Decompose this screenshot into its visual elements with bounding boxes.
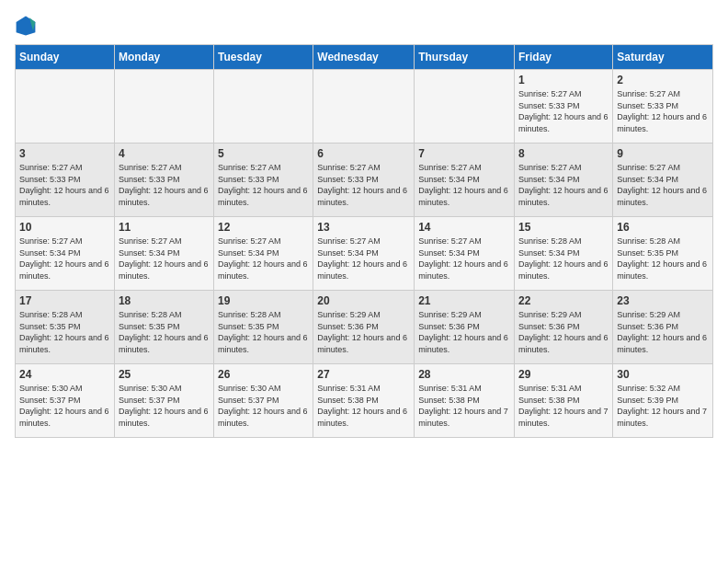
day-number: 22 <box>518 294 609 307</box>
day-info: Sunrise: 5:30 AM Sunset: 5:37 PM Dayligh… <box>119 383 210 429</box>
day-info: Sunrise: 5:31 AM Sunset: 5:38 PM Dayligh… <box>317 383 410 429</box>
day-number: 25 <box>119 368 210 381</box>
day-number: 24 <box>19 368 110 381</box>
logo <box>15 15 40 37</box>
calendar-cell: 6Sunrise: 5:27 AM Sunset: 5:33 PM Daylig… <box>313 144 415 217</box>
calendar-cell: 2Sunrise: 5:27 AM Sunset: 5:33 PM Daylig… <box>613 70 713 144</box>
calendar-cell <box>16 70 115 144</box>
day-number: 23 <box>617 294 709 307</box>
day-number: 1 <box>518 74 609 86</box>
day-number: 4 <box>119 147 210 160</box>
day-info: Sunrise: 5:30 AM Sunset: 5:37 PM Dayligh… <box>19 383 110 429</box>
calendar-cell: 7Sunrise: 5:27 AM Sunset: 5:34 PM Daylig… <box>415 144 515 217</box>
day-number: 6 <box>317 147 410 160</box>
header <box>15 15 713 37</box>
day-number: 14 <box>418 221 510 234</box>
day-info: Sunrise: 5:27 AM Sunset: 5:34 PM Dayligh… <box>119 236 210 282</box>
day-info: Sunrise: 5:30 AM Sunset: 5:37 PM Dayligh… <box>218 383 309 429</box>
calendar-week-5: 24Sunrise: 5:30 AM Sunset: 5:37 PM Dayli… <box>16 364 713 438</box>
day-info: Sunrise: 5:28 AM Sunset: 5:34 PM Dayligh… <box>518 236 609 282</box>
calendar-cell: 17Sunrise: 5:28 AM Sunset: 5:35 PM Dayli… <box>16 291 115 364</box>
day-number: 30 <box>617 368 709 381</box>
day-number: 15 <box>518 221 609 234</box>
day-info: Sunrise: 5:27 AM Sunset: 5:33 PM Dayligh… <box>317 162 410 208</box>
calendar-cell: 18Sunrise: 5:28 AM Sunset: 5:35 PM Dayli… <box>114 291 213 364</box>
day-info: Sunrise: 5:27 AM Sunset: 5:34 PM Dayligh… <box>218 236 309 282</box>
calendar-cell: 16Sunrise: 5:28 AM Sunset: 5:35 PM Dayli… <box>613 217 713 291</box>
column-header-tuesday: Tuesday <box>214 45 313 70</box>
calendar-cell: 25Sunrise: 5:30 AM Sunset: 5:37 PM Dayli… <box>114 364 213 438</box>
day-info: Sunrise: 5:29 AM Sunset: 5:36 PM Dayligh… <box>317 309 410 355</box>
calendar-cell: 3Sunrise: 5:27 AM Sunset: 5:33 PM Daylig… <box>16 144 115 217</box>
day-number: 17 <box>19 294 110 307</box>
calendar-cell: 24Sunrise: 5:30 AM Sunset: 5:37 PM Dayli… <box>16 364 115 438</box>
day-number: 16 <box>617 221 709 234</box>
day-number: 18 <box>119 294 210 307</box>
calendar-cell <box>114 70 213 144</box>
day-number: 3 <box>19 147 110 160</box>
calendar-cell: 15Sunrise: 5:28 AM Sunset: 5:34 PM Dayli… <box>515 217 613 291</box>
day-info: Sunrise: 5:27 AM Sunset: 5:34 PM Dayligh… <box>617 162 709 208</box>
day-info: Sunrise: 5:27 AM Sunset: 5:34 PM Dayligh… <box>19 236 110 282</box>
day-info: Sunrise: 5:28 AM Sunset: 5:35 PM Dayligh… <box>119 309 210 355</box>
calendar-cell <box>313 70 415 144</box>
day-info: Sunrise: 5:27 AM Sunset: 5:34 PM Dayligh… <box>317 236 410 282</box>
calendar-cell: 8Sunrise: 5:27 AM Sunset: 5:34 PM Daylig… <box>515 144 613 217</box>
calendar-header: SundayMondayTuesdayWednesdayThursdayFrid… <box>16 45 713 70</box>
calendar-cell: 19Sunrise: 5:28 AM Sunset: 5:35 PM Dayli… <box>214 291 313 364</box>
column-header-thursday: Thursday <box>415 45 515 70</box>
calendar-week-4: 17Sunrise: 5:28 AM Sunset: 5:35 PM Dayli… <box>16 291 713 364</box>
day-number: 28 <box>418 368 510 381</box>
calendar-cell <box>415 70 515 144</box>
day-number: 2 <box>617 74 709 86</box>
calendar-table: SundayMondayTuesdayWednesdayThursdayFrid… <box>15 44 713 438</box>
calendar-cell: 5Sunrise: 5:27 AM Sunset: 5:33 PM Daylig… <box>214 144 313 217</box>
calendar-cell: 11Sunrise: 5:27 AM Sunset: 5:34 PM Dayli… <box>114 217 213 291</box>
calendar-week-3: 10Sunrise: 5:27 AM Sunset: 5:34 PM Dayli… <box>16 217 713 291</box>
calendar-cell: 14Sunrise: 5:27 AM Sunset: 5:34 PM Dayli… <box>415 217 515 291</box>
day-number: 10 <box>19 221 110 234</box>
column-header-wednesday: Wednesday <box>313 45 415 70</box>
calendar-cell: 23Sunrise: 5:29 AM Sunset: 5:36 PM Dayli… <box>613 291 713 364</box>
day-number: 21 <box>418 294 510 307</box>
calendar-cell: 29Sunrise: 5:31 AM Sunset: 5:38 PM Dayli… <box>515 364 613 438</box>
column-header-saturday: Saturday <box>613 45 713 70</box>
day-info: Sunrise: 5:27 AM Sunset: 5:33 PM Dayligh… <box>19 162 110 208</box>
day-number: 9 <box>617 147 709 160</box>
day-info: Sunrise: 5:27 AM Sunset: 5:33 PM Dayligh… <box>119 162 210 208</box>
day-info: Sunrise: 5:27 AM Sunset: 5:33 PM Dayligh… <box>218 162 309 208</box>
day-info: Sunrise: 5:31 AM Sunset: 5:38 PM Dayligh… <box>418 383 510 429</box>
day-number: 5 <box>218 147 309 160</box>
calendar-cell: 30Sunrise: 5:32 AM Sunset: 5:39 PM Dayli… <box>613 364 713 438</box>
calendar-cell: 12Sunrise: 5:27 AM Sunset: 5:34 PM Dayli… <box>214 217 313 291</box>
day-number: 29 <box>518 368 609 381</box>
day-number: 26 <box>218 368 309 381</box>
calendar-cell: 21Sunrise: 5:29 AM Sunset: 5:36 PM Dayli… <box>415 291 515 364</box>
day-info: Sunrise: 5:31 AM Sunset: 5:38 PM Dayligh… <box>518 383 609 429</box>
calendar-cell <box>214 70 313 144</box>
day-info: Sunrise: 5:27 AM Sunset: 5:33 PM Dayligh… <box>518 88 609 134</box>
column-header-friday: Friday <box>515 45 613 70</box>
day-info: Sunrise: 5:29 AM Sunset: 5:36 PM Dayligh… <box>418 309 510 355</box>
calendar-cell: 13Sunrise: 5:27 AM Sunset: 5:34 PM Dayli… <box>313 217 415 291</box>
logo-icon <box>15 15 37 37</box>
calendar-cell: 4Sunrise: 5:27 AM Sunset: 5:33 PM Daylig… <box>114 144 213 217</box>
calendar-cell: 9Sunrise: 5:27 AM Sunset: 5:34 PM Daylig… <box>613 144 713 217</box>
day-info: Sunrise: 5:27 AM Sunset: 5:34 PM Dayligh… <box>418 162 510 208</box>
day-info: Sunrise: 5:27 AM Sunset: 5:34 PM Dayligh… <box>518 162 609 208</box>
calendar-cell: 10Sunrise: 5:27 AM Sunset: 5:34 PM Dayli… <box>16 217 115 291</box>
calendar-week-2: 3Sunrise: 5:27 AM Sunset: 5:33 PM Daylig… <box>16 144 713 217</box>
calendar-cell: 27Sunrise: 5:31 AM Sunset: 5:38 PM Dayli… <box>313 364 415 438</box>
day-info: Sunrise: 5:28 AM Sunset: 5:35 PM Dayligh… <box>617 236 709 282</box>
day-info: Sunrise: 5:28 AM Sunset: 5:35 PM Dayligh… <box>19 309 110 355</box>
day-number: 13 <box>317 221 410 234</box>
calendar-cell: 28Sunrise: 5:31 AM Sunset: 5:38 PM Dayli… <box>415 364 515 438</box>
day-number: 8 <box>518 147 609 160</box>
day-number: 19 <box>218 294 309 307</box>
calendar-cell: 22Sunrise: 5:29 AM Sunset: 5:36 PM Dayli… <box>515 291 613 364</box>
calendar-week-1: 1Sunrise: 5:27 AM Sunset: 5:33 PM Daylig… <box>16 70 713 144</box>
day-info: Sunrise: 5:29 AM Sunset: 5:36 PM Dayligh… <box>617 309 709 355</box>
day-info: Sunrise: 5:27 AM Sunset: 5:34 PM Dayligh… <box>418 236 510 282</box>
column-header-monday: Monday <box>114 45 213 70</box>
day-number: 20 <box>317 294 410 307</box>
